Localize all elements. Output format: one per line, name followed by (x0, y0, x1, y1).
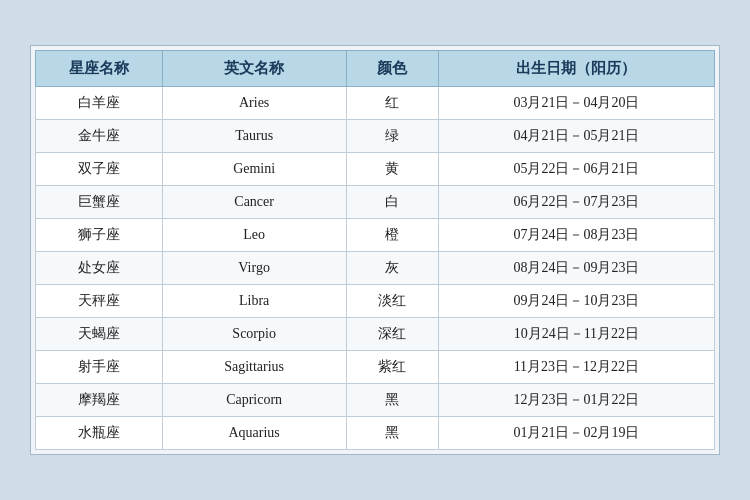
cell-cn: 天秤座 (36, 285, 163, 318)
zodiac-table: 星座名称 英文名称 颜色 出生日期（阳历） 白羊座Aries红03月21日－04… (35, 50, 715, 450)
table-header-row: 星座名称 英文名称 颜色 出生日期（阳历） (36, 51, 715, 87)
cell-en: Gemini (162, 153, 346, 186)
header-cn: 星座名称 (36, 51, 163, 87)
header-en: 英文名称 (162, 51, 346, 87)
cell-en: Aquarius (162, 417, 346, 450)
cell-color: 紫红 (346, 351, 438, 384)
cell-cn: 双子座 (36, 153, 163, 186)
table-row: 狮子座Leo橙07月24日－08月23日 (36, 219, 715, 252)
cell-color: 黑 (346, 417, 438, 450)
cell-color: 灰 (346, 252, 438, 285)
cell-date: 09月24日－10月23日 (438, 285, 714, 318)
table-row: 水瓶座Aquarius黑01月21日－02月19日 (36, 417, 715, 450)
cell-date: 01月21日－02月19日 (438, 417, 714, 450)
table-row: 天蝎座Scorpio深红10月24日－11月22日 (36, 318, 715, 351)
cell-cn: 巨蟹座 (36, 186, 163, 219)
table-row: 天秤座Libra淡红09月24日－10月23日 (36, 285, 715, 318)
cell-date: 08月24日－09月23日 (438, 252, 714, 285)
cell-color: 白 (346, 186, 438, 219)
cell-cn: 射手座 (36, 351, 163, 384)
cell-en: Libra (162, 285, 346, 318)
table-row: 金牛座Taurus绿04月21日－05月21日 (36, 120, 715, 153)
cell-cn: 白羊座 (36, 87, 163, 120)
cell-date: 06月22日－07月23日 (438, 186, 714, 219)
cell-en: Taurus (162, 120, 346, 153)
cell-en: Capricorn (162, 384, 346, 417)
table-row: 白羊座Aries红03月21日－04月20日 (36, 87, 715, 120)
cell-en: Virgo (162, 252, 346, 285)
cell-cn: 狮子座 (36, 219, 163, 252)
table-row: 射手座Sagittarius紫红11月23日－12月22日 (36, 351, 715, 384)
cell-date: 03月21日－04月20日 (438, 87, 714, 120)
cell-en: Leo (162, 219, 346, 252)
cell-date: 10月24日－11月22日 (438, 318, 714, 351)
table-row: 巨蟹座Cancer白06月22日－07月23日 (36, 186, 715, 219)
cell-color: 黑 (346, 384, 438, 417)
header-date: 出生日期（阳历） (438, 51, 714, 87)
cell-en: Aries (162, 87, 346, 120)
table-row: 处女座Virgo灰08月24日－09月23日 (36, 252, 715, 285)
cell-color: 淡红 (346, 285, 438, 318)
cell-en: Sagittarius (162, 351, 346, 384)
cell-color: 深红 (346, 318, 438, 351)
table-row: 双子座Gemini黄05月22日－06月21日 (36, 153, 715, 186)
cell-color: 黄 (346, 153, 438, 186)
cell-cn: 摩羯座 (36, 384, 163, 417)
cell-color: 红 (346, 87, 438, 120)
cell-en: Scorpio (162, 318, 346, 351)
cell-cn: 处女座 (36, 252, 163, 285)
cell-date: 12月23日－01月22日 (438, 384, 714, 417)
cell-color: 橙 (346, 219, 438, 252)
zodiac-table-wrapper: 星座名称 英文名称 颜色 出生日期（阳历） 白羊座Aries红03月21日－04… (30, 45, 720, 455)
header-color: 颜色 (346, 51, 438, 87)
cell-color: 绿 (346, 120, 438, 153)
cell-en: Cancer (162, 186, 346, 219)
cell-date: 11月23日－12月22日 (438, 351, 714, 384)
cell-date: 07月24日－08月23日 (438, 219, 714, 252)
cell-date: 05月22日－06月21日 (438, 153, 714, 186)
cell-date: 04月21日－05月21日 (438, 120, 714, 153)
cell-cn: 金牛座 (36, 120, 163, 153)
cell-cn: 天蝎座 (36, 318, 163, 351)
table-row: 摩羯座Capricorn黑12月23日－01月22日 (36, 384, 715, 417)
cell-cn: 水瓶座 (36, 417, 163, 450)
